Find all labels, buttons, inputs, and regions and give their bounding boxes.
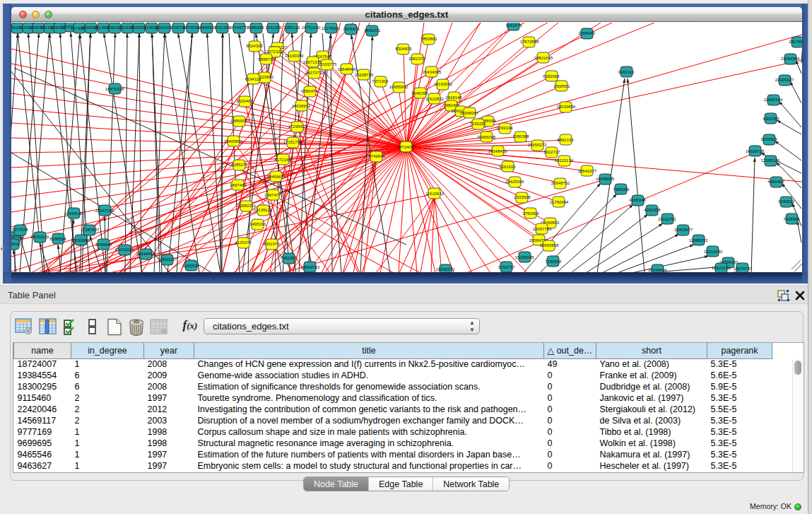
svg-text:23111791: 23111791 xyxy=(658,217,676,221)
svg-text:15193775: 15193775 xyxy=(318,62,337,66)
svg-text:2817683: 2817683 xyxy=(789,40,802,44)
svg-text:5703737: 5703737 xyxy=(498,265,515,269)
svg-text:18541677: 18541677 xyxy=(578,169,597,173)
svg-text:7382351: 7382351 xyxy=(280,256,297,260)
svg-text:23208715: 23208715 xyxy=(355,73,374,77)
svg-text:16870338: 16870338 xyxy=(105,87,124,91)
svg-text:24373732: 24373732 xyxy=(305,71,324,75)
svg-text:14658665: 14658665 xyxy=(596,177,615,181)
svg-text:4302355: 4302355 xyxy=(763,117,779,121)
svg-text:18994763: 18994763 xyxy=(301,265,320,269)
svg-text:12385106: 12385106 xyxy=(761,158,780,163)
svg-text:17872858: 17872858 xyxy=(520,40,539,44)
svg-text:4165048: 4165048 xyxy=(629,198,646,202)
svg-text:20425300: 20425300 xyxy=(505,180,524,184)
svg-text:20334454: 20334454 xyxy=(136,252,155,256)
svg-text:2054043: 2054043 xyxy=(578,31,595,35)
svg-text:18724007: 18724007 xyxy=(397,145,416,149)
svg-text:7371915: 7371915 xyxy=(372,79,389,83)
svg-text:16998367: 16998367 xyxy=(460,111,479,115)
svg-text:2918148: 2918148 xyxy=(445,95,462,100)
svg-text:15463677: 15463677 xyxy=(674,228,693,232)
svg-text:1495191: 1495191 xyxy=(249,222,266,226)
svg-text:14548459: 14548459 xyxy=(488,149,507,153)
svg-text:18252216: 18252216 xyxy=(30,235,49,239)
svg-text:6194119: 6194119 xyxy=(245,77,262,81)
svg-text:14509728: 14509728 xyxy=(746,149,765,153)
svg-text:5022727: 5022727 xyxy=(543,150,560,154)
svg-text:2975475: 2975475 xyxy=(343,27,360,31)
svg-text:9898737: 9898737 xyxy=(258,57,275,62)
svg-text:18039896: 18039896 xyxy=(557,105,576,109)
svg-text:3750906: 3750906 xyxy=(522,211,539,216)
svg-text:7235251: 7235251 xyxy=(469,122,486,126)
svg-text:8389269: 8389269 xyxy=(247,25,264,30)
svg-text:1072322: 1072322 xyxy=(266,49,283,54)
svg-text:22682194: 22682194 xyxy=(764,98,783,102)
svg-text:11615610: 11615610 xyxy=(425,192,445,196)
svg-text:10955862: 10955862 xyxy=(389,85,408,89)
svg-text:9261616: 9261616 xyxy=(499,165,516,169)
svg-text:22926327: 22926327 xyxy=(775,78,794,82)
svg-text:20161026: 20161026 xyxy=(115,247,134,252)
svg-text:3377578: 3377578 xyxy=(11,228,28,232)
svg-text:19193052: 19193052 xyxy=(434,82,453,86)
svg-text:2967477: 2967477 xyxy=(264,193,281,197)
svg-text:8188594: 8188594 xyxy=(49,237,66,241)
svg-text:9382113: 9382113 xyxy=(618,70,635,74)
svg-text:7428696: 7428696 xyxy=(783,217,800,221)
svg-text:10346424: 10346424 xyxy=(648,268,667,272)
svg-text:16523222: 16523222 xyxy=(712,266,731,270)
svg-text:19965868: 19965868 xyxy=(540,243,559,247)
svg-text:1241284: 1241284 xyxy=(265,25,282,30)
svg-text:8892133: 8892133 xyxy=(557,138,574,142)
svg-text:15869000: 15869000 xyxy=(230,119,249,123)
svg-text:14100380: 14100380 xyxy=(285,54,304,58)
svg-text:21782994: 21782994 xyxy=(550,200,569,204)
svg-text:5439648: 5439648 xyxy=(95,243,112,247)
svg-text:3382132: 3382132 xyxy=(283,25,300,30)
svg-text:22176301: 22176301 xyxy=(322,26,341,30)
svg-text:3280388: 3280388 xyxy=(512,134,529,139)
svg-text:20966065: 20966065 xyxy=(477,135,496,139)
svg-text:7156836: 7156836 xyxy=(545,259,562,264)
svg-text:15212940: 15212940 xyxy=(704,250,723,254)
svg-text:3299194: 3299194 xyxy=(496,126,513,130)
svg-text:10344146: 10344146 xyxy=(64,211,83,216)
svg-text:20434065: 20434065 xyxy=(423,70,442,74)
svg-text:6580474: 6580474 xyxy=(301,89,318,93)
svg-text:4666460: 4666460 xyxy=(767,180,784,184)
svg-text:3529497: 3529497 xyxy=(236,99,253,103)
svg-text:23594364: 23594364 xyxy=(781,57,800,61)
svg-text:4285271: 4285271 xyxy=(231,163,248,167)
svg-text:8304829: 8304829 xyxy=(395,47,412,51)
svg-text:8931579: 8931579 xyxy=(263,242,280,246)
svg-text:24751200: 24751200 xyxy=(302,25,321,30)
svg-text:3261579: 3261579 xyxy=(505,23,522,28)
svg-text:15155998: 15155998 xyxy=(515,255,534,259)
svg-text:19465853: 19465853 xyxy=(224,139,243,144)
svg-text:17295412: 17295412 xyxy=(288,124,307,129)
svg-text:16052972: 16052972 xyxy=(436,267,455,271)
svg-text:17287807: 17287807 xyxy=(81,228,100,232)
svg-text:6282565: 6282565 xyxy=(543,74,560,78)
svg-text:11522831: 11522831 xyxy=(425,97,445,101)
svg-text:8682011: 8682011 xyxy=(365,28,382,33)
svg-text:14636992: 14636992 xyxy=(292,104,311,108)
svg-text:19093688: 19093688 xyxy=(71,238,90,243)
svg-text:20115134: 20115134 xyxy=(555,158,574,163)
svg-text:17151708: 17151708 xyxy=(283,140,302,144)
svg-text:9153634: 9153634 xyxy=(182,264,199,268)
svg-text:20948752: 20948752 xyxy=(551,181,570,185)
svg-text:4252458: 4252458 xyxy=(644,208,661,212)
svg-text:23057783: 23057783 xyxy=(533,227,552,231)
svg-text:16670747: 16670747 xyxy=(734,267,753,271)
svg-text:18821635: 18821635 xyxy=(534,56,553,60)
svg-text:4129379: 4129379 xyxy=(235,240,252,245)
svg-text:2697462: 2697462 xyxy=(230,183,247,187)
svg-text:2333508: 2333508 xyxy=(514,195,531,199)
svg-text:16860207: 16860207 xyxy=(158,257,177,262)
svg-text:7389096: 7389096 xyxy=(613,187,630,192)
svg-text:8986110: 8986110 xyxy=(11,242,22,246)
svg-text:19139121: 19139121 xyxy=(254,208,273,212)
